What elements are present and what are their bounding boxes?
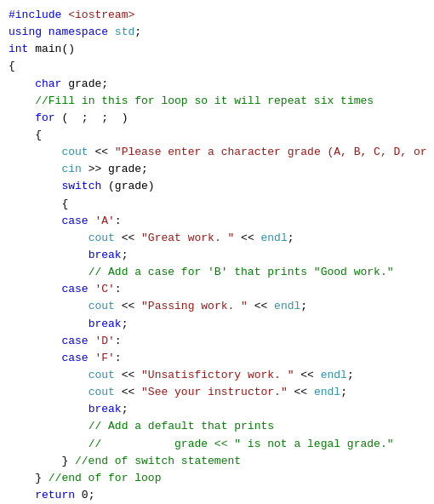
- token-cmt: //Fill in this for loop so it will repea…: [35, 94, 374, 107]
- token-lib: endl: [261, 232, 288, 244]
- token-punc: [9, 369, 89, 381]
- code-line: cin >> grade;: [9, 161, 425, 178]
- token-punc: [9, 232, 89, 244]
- code-line: return 0;: [9, 487, 425, 504]
- token-lib: endl: [274, 300, 300, 312]
- token-punc: <<: [115, 386, 141, 398]
- token-punc: <<: [89, 146, 115, 158]
- token-punc: ): [148, 180, 155, 192]
- code-line: case 'C':: [9, 281, 425, 298]
- token-punc: [9, 300, 89, 312]
- code-line: break;: [9, 247, 425, 264]
- token-punc: ;: [122, 403, 128, 415]
- token-punc: <<: [294, 369, 321, 381]
- code-line: for ( ; ; ): [9, 110, 425, 127]
- code-line: {: [9, 127, 425, 144]
- token-punc: ;: [288, 232, 294, 244]
- token-str: 'A': [94, 215, 114, 227]
- token-punc: [9, 146, 61, 158]
- token-punc: :: [115, 283, 122, 295]
- token-lib: cout: [89, 369, 115, 381]
- token-kw: char: [35, 77, 61, 90]
- token-punc: [9, 249, 89, 261]
- token-punc: }: [9, 455, 75, 467]
- token-str: "See your instructor.": [141, 386, 288, 398]
- token-punc: <<: [115, 369, 141, 381]
- token-lib: endl: [321, 369, 347, 381]
- token-str: "Great work. ": [141, 232, 234, 244]
- token-id: main: [35, 43, 61, 55]
- code-line: // Add a case for 'B' that prints "Good …: [9, 264, 425, 281]
- token-cmt: // Add a default that prints: [89, 420, 274, 432]
- token-punc: [9, 318, 89, 330]
- token-punc: <<: [115, 300, 141, 312]
- token-punc: (: [101, 180, 115, 192]
- token-kw: using: [9, 26, 42, 38]
- code-line: {: [9, 58, 425, 75]
- token-punc: [9, 352, 61, 364]
- token-punc: <<: [288, 386, 314, 398]
- token-punc: [9, 386, 89, 398]
- token-kw: break: [89, 403, 122, 415]
- code-line: //Fill in this for loop so it will repea…: [9, 93, 425, 110]
- token-kw: case: [61, 352, 88, 364]
- token-punc: >>: [82, 163, 108, 175]
- token-kw: switch: [61, 180, 101, 192]
- token-punc: (): [61, 43, 75, 55]
- token-punc: [9, 163, 61, 175]
- token-punc: [9, 335, 61, 347]
- token-str: "Passing work. ": [141, 300, 248, 312]
- token-punc: [42, 26, 49, 38]
- code-line: #include <iostream>: [9, 7, 425, 24]
- token-punc: <<: [234, 232, 260, 244]
- token-cmt: //end of for loop: [49, 472, 162, 484]
- code-line: {: [9, 196, 425, 213]
- token-kw: namespace: [49, 26, 108, 38]
- code-line: cout << "Unsatisfictory work. " << endl;: [9, 367, 425, 384]
- code-line: cout << "See your instructor." << endl;: [9, 384, 425, 401]
- token-punc: [9, 77, 35, 90]
- token-id: grade: [68, 77, 101, 90]
- code-line: // grade << " is not a legal grade.": [9, 436, 425, 453]
- token-punc: [108, 26, 115, 38]
- token-punc: [9, 420, 89, 432]
- token-punc: :: [115, 215, 122, 227]
- token-lib: cout: [89, 386, 115, 398]
- token-punc: ;: [122, 249, 128, 261]
- token-id: grade: [108, 163, 141, 175]
- token-punc: :: [115, 352, 122, 364]
- token-id: grade: [115, 180, 148, 192]
- token-lib: std: [115, 26, 134, 38]
- code-line: case 'D':: [9, 333, 425, 350]
- code-line: break;: [9, 401, 425, 418]
- code-line: char grade;: [9, 76, 425, 93]
- code-line: // Add a default that prints: [9, 418, 425, 435]
- code-line: using namespace std;: [9, 24, 425, 41]
- token-punc: ;: [347, 369, 354, 381]
- token-punc: {: [9, 60, 15, 72]
- code-line: cout << "Please enter a character grade …: [9, 144, 425, 161]
- token-lib: cout: [89, 300, 115, 312]
- token-str: 'F': [94, 352, 114, 364]
- token-lib: cin: [61, 163, 81, 175]
- token-kw: break: [89, 249, 122, 261]
- token-punc: [9, 180, 61, 192]
- token-kw: int: [9, 43, 28, 55]
- token-kw: for: [35, 112, 54, 124]
- code-line: cout << "Great work. " << endl;: [9, 230, 425, 247]
- token-punc: ( ; ; ): [55, 112, 128, 124]
- token-punc: <<: [115, 232, 141, 244]
- token-punc: ;: [134, 26, 141, 38]
- token-punc: ;: [89, 489, 95, 501]
- token-cmt: // Add a case for 'B' that prints "Good …: [89, 266, 394, 278]
- token-punc: [9, 283, 61, 295]
- token-punc: [9, 489, 35, 501]
- token-punc: ;: [101, 77, 108, 90]
- token-punc: [75, 489, 82, 501]
- token-punc: ;: [340, 386, 347, 398]
- token-punc: [9, 438, 89, 450]
- token-cmt: // grade << " is not a legal grade.": [89, 438, 394, 450]
- token-str: "Unsatisfictory work. ": [141, 369, 294, 381]
- token-kw: break: [89, 318, 122, 330]
- token-lib: cout: [61, 146, 88, 158]
